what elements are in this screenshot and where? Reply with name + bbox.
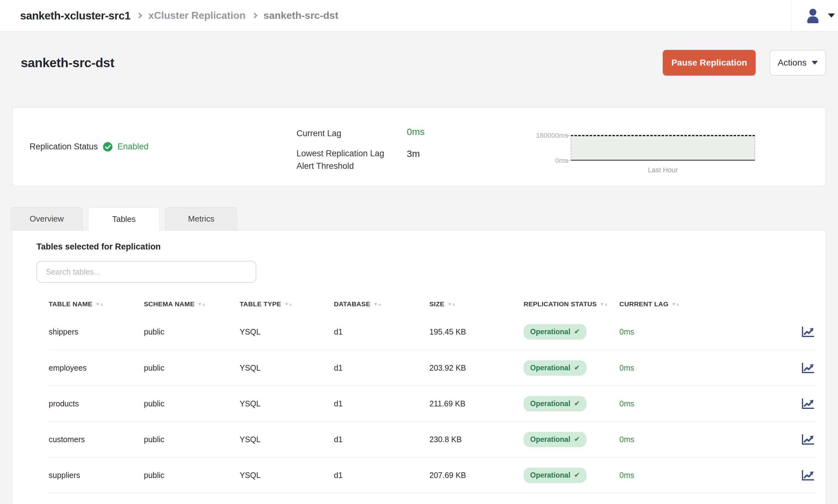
breadcrumb-universe[interactable]: sanketh-xcluster-src1 bbox=[20, 10, 130, 22]
cell-table-type: YSQL bbox=[240, 435, 334, 444]
cell-current-lag: 0ms bbox=[619, 399, 791, 408]
lag-alert-threshold-line1: Lowest Replication Lag bbox=[297, 149, 384, 158]
breadcrumb-xcluster-replication[interactable]: xCluster Replication bbox=[148, 10, 245, 21]
table-row: employees public YSQL d1 203.92 KB Opera… bbox=[49, 349, 817, 385]
replication-tables-table: TABLE NAME ▼▲ SCHEMA NAME ▼▲ TABLE TYPE … bbox=[49, 294, 817, 493]
column-header-label: REPLICATION STATUS bbox=[524, 300, 597, 308]
view-lag-chart-icon[interactable] bbox=[802, 469, 815, 481]
chevron-right-icon bbox=[251, 13, 257, 18]
sort-icons[interactable]: ▼▲ bbox=[284, 302, 293, 307]
cell-current-lag: 0ms bbox=[619, 363, 791, 373]
table-row: suppliers public YSQL d1 207.69 KB Opera… bbox=[49, 457, 817, 493]
cell-size: 207.69 KB bbox=[430, 471, 524, 480]
cell-table-name: shippers bbox=[49, 327, 144, 337]
cell-size: 203.92 KB bbox=[430, 363, 524, 373]
cell-schema-name: public bbox=[144, 471, 240, 480]
cell-schema-name: public bbox=[144, 435, 240, 444]
y-axis-tick-mark bbox=[567, 160, 570, 161]
cell-database: d1 bbox=[334, 471, 430, 480]
pause-replication-button[interactable]: Pause Replication bbox=[663, 50, 756, 76]
replication-status-card: Replication Status Enabled Current Lag 0… bbox=[12, 107, 826, 186]
replication-status-value: Enabled bbox=[118, 142, 149, 151]
column-header-label: TABLE TYPE bbox=[240, 300, 281, 308]
chevron-right-icon bbox=[137, 13, 142, 18]
check-icon: ✔ bbox=[574, 328, 580, 336]
lag-alert-threshold-value: 3m bbox=[407, 148, 420, 159]
check-icon: ✔ bbox=[574, 364, 580, 372]
y-axis-max-tick: 180000ms bbox=[530, 131, 568, 140]
tables-panel: Tables selected for Replication TABLE NA… bbox=[12, 230, 826, 504]
check-icon: ✔ bbox=[574, 399, 580, 408]
view-lag-chart-icon[interactable] bbox=[802, 326, 815, 337]
tables-panel-title: Tables selected for Replication bbox=[36, 231, 804, 252]
caret-down-icon bbox=[828, 14, 835, 18]
column-header-replication-status[interactable]: REPLICATION STATUS ▼▲ bbox=[524, 300, 619, 308]
check-circle-icon bbox=[103, 142, 113, 152]
current-lag-label: Current Lag bbox=[297, 127, 342, 140]
table-row: products public YSQL d1 211.69 KB Operat… bbox=[49, 385, 817, 421]
column-header-label: SIZE bbox=[430, 300, 444, 308]
replication-status-label: Replication Status bbox=[30, 142, 98, 151]
tab-overview[interactable]: Overview bbox=[11, 207, 83, 230]
column-header-table-name[interactable]: TABLE NAME ▼▲ bbox=[49, 300, 144, 308]
sort-icons[interactable]: ▼▲ bbox=[373, 302, 382, 307]
caret-down-icon bbox=[811, 61, 818, 65]
status-badge: Operational✔ bbox=[524, 468, 587, 483]
status-badge-label: Operational bbox=[530, 471, 571, 480]
x-axis-label: Last Hour bbox=[571, 166, 755, 174]
column-header-database[interactable]: DATABASE ▼▲ bbox=[334, 300, 430, 308]
actions-dropdown-button[interactable]: Actions bbox=[770, 50, 826, 76]
view-lag-chart-icon[interactable] bbox=[802, 434, 815, 445]
cell-table-type: YSQL bbox=[240, 399, 334, 408]
topbar-divider bbox=[791, 0, 791, 31]
sort-icons[interactable]: ▼▲ bbox=[600, 302, 608, 307]
actions-button-label: Actions bbox=[778, 58, 807, 68]
tab-tables[interactable]: Tables bbox=[88, 207, 160, 231]
cell-current-lag: 0ms bbox=[619, 435, 791, 444]
cell-table-name: employees bbox=[49, 363, 144, 373]
sort-icons[interactable]: ▼▲ bbox=[95, 302, 104, 307]
sort-icons[interactable]: ▼▲ bbox=[448, 302, 456, 307]
cell-table-type: YSQL bbox=[240, 471, 334, 480]
cell-table-name: suppliers bbox=[49, 471, 144, 480]
status-badge-label: Operational bbox=[530, 399, 571, 408]
table-row: customers public YSQL d1 230.8 KB Operat… bbox=[49, 421, 817, 457]
breadcrumb-current-config: sanketh-src-dst bbox=[263, 10, 338, 21]
status-badge-label: Operational bbox=[530, 435, 571, 444]
y-axis-tick-mark bbox=[567, 135, 570, 136]
search-tables-input[interactable] bbox=[36, 261, 256, 283]
tab-metrics[interactable]: Metrics bbox=[165, 207, 237, 230]
cell-size: 195.45 KB bbox=[430, 327, 524, 337]
user-icon bbox=[805, 7, 821, 24]
cell-current-lag: 0ms bbox=[619, 327, 791, 337]
top-bar: sanketh-xcluster-src1 xCluster Replicati… bbox=[0, 0, 838, 32]
status-badge-label: Operational bbox=[530, 364, 571, 372]
lag-alert-threshold-label: Lowest Replication Lag Alert Threshold bbox=[297, 147, 384, 172]
cell-size: 230.8 KB bbox=[430, 435, 524, 444]
sort-icons[interactable]: ▼▲ bbox=[197, 302, 206, 307]
status-badge: Operational✔ bbox=[524, 360, 587, 376]
table-bottom-divider bbox=[49, 493, 817, 493]
column-header-label: CURRENT LAG bbox=[619, 300, 668, 308]
view-lag-chart-icon[interactable] bbox=[802, 362, 815, 374]
column-header-table-type[interactable]: TABLE TYPE ▼▲ bbox=[240, 300, 334, 308]
cell-database: d1 bbox=[334, 435, 430, 444]
column-header-schema-name[interactable]: SCHEMA NAME ▼▲ bbox=[144, 300, 240, 308]
cell-database: d1 bbox=[334, 399, 430, 408]
lag-mini-chart: 180000ms 0ms Last Hour bbox=[558, 108, 765, 186]
column-header-current-lag[interactable]: CURRENT LAG ▼▲ bbox=[619, 300, 791, 308]
page: sanketh-xcluster-src1 xCluster Replicati… bbox=[0, 0, 838, 504]
user-menu-button[interactable] bbox=[805, 7, 838, 24]
cell-table-name: customers bbox=[49, 435, 144, 444]
current-lag-value: 0ms bbox=[407, 126, 425, 137]
y-axis-min-tick: 0ms bbox=[530, 157, 568, 165]
cell-schema-name: public bbox=[144, 399, 240, 408]
table-row: shippers public YSQL d1 195.45 KB Operat… bbox=[49, 314, 817, 349]
cell-table-type: YSQL bbox=[240, 363, 334, 373]
sort-icons[interactable]: ▼▲ bbox=[671, 302, 680, 307]
lag-chart-threshold-band bbox=[571, 135, 755, 161]
column-header-label: DATABASE bbox=[334, 300, 370, 308]
view-lag-chart-icon[interactable] bbox=[802, 398, 815, 409]
column-header-size[interactable]: SIZE ▼▲ bbox=[430, 300, 524, 308]
status-badge: Operational✔ bbox=[524, 432, 587, 447]
